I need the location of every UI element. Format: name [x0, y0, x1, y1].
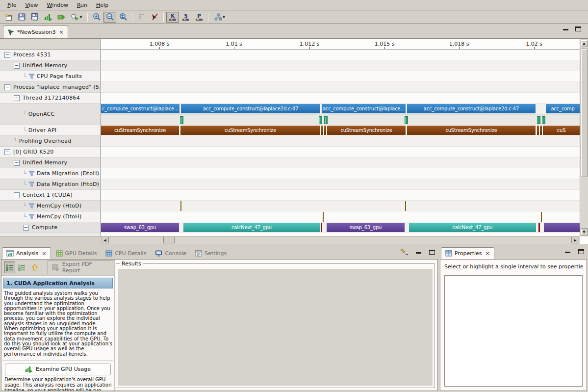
- zoom-in-button[interactable]: [90, 12, 103, 23]
- interval-bar[interactable]: [324, 126, 326, 135]
- zoom-out-button[interactable]: [103, 12, 116, 23]
- minimize-icon[interactable]: [565, 252, 570, 254]
- timeline-lane[interactable]: [101, 179, 580, 190]
- scroll-right-button[interactable]: ▶: [571, 237, 579, 243]
- close-icon[interactable]: ×: [42, 250, 46, 257]
- interval-bar[interactable]: acc_compute_construct@laplace...: [322, 104, 406, 113]
- guided-analysis-toggle-button[interactable]: [4, 261, 15, 273]
- tree-row[interactable]: −Process 4531: [0, 50, 100, 60]
- interval-bar[interactable]: [544, 223, 580, 232]
- collapse-minus-icon[interactable]: −: [14, 160, 20, 166]
- scroll-left-button[interactable]: ◀: [101, 237, 109, 243]
- timeline-lane[interactable]: cuStreamSynchronizecuStreamSynchronizecu…: [101, 125, 580, 136]
- scroll-down-button[interactable]: ▼: [581, 228, 588, 235]
- close-icon[interactable]: ×: [486, 250, 490, 257]
- tree-row[interactable]: └Data Migration (HtoD): [0, 179, 100, 190]
- view-menu-icon[interactable]: [400, 249, 408, 255]
- back-up-button[interactable]: [29, 261, 40, 273]
- interval-marker[interactable]: [324, 116, 328, 124]
- interval-bar[interactable]: acc_comp: [546, 104, 580, 113]
- timeline-lane[interactable]: [101, 147, 580, 157]
- tree-row[interactable]: └OpenACC: [0, 104, 100, 125]
- maximize-icon[interactable]: [429, 250, 435, 255]
- tree-row[interactable]: −[0] GRID K520: [0, 147, 100, 157]
- menu-help[interactable]: Help: [92, 0, 113, 10]
- timeline-lane[interactable]: [101, 157, 580, 168]
- tree-row[interactable]: −Process "laplace_managed" (538): [0, 82, 100, 93]
- export-pdf-button[interactable]: Export PDF Report: [48, 261, 114, 274]
- run-metrics-button[interactable]: ▼: [68, 12, 85, 23]
- menu-view[interactable]: View: [21, 0, 42, 10]
- collapse-minus-icon[interactable]: −: [4, 52, 10, 58]
- minimize-icon[interactable]: [563, 29, 568, 31]
- tree-row[interactable]: └MemCpy (HtoD): [0, 201, 100, 211]
- timeline-ruler[interactable]: 1.008 s1.01 s1.012 s1.015 s1.018 s1.02 s: [101, 39, 580, 50]
- collapse-minus-icon[interactable]: −: [14, 63, 20, 69]
- tab-console[interactable]: Console: [151, 247, 190, 259]
- interval-bar[interactable]: cuS: [543, 126, 580, 135]
- interval-marker[interactable]: [180, 116, 183, 124]
- scroll-up-button[interactable]: ▲: [581, 40, 588, 47]
- tree-row[interactable]: −Thread 3172140864: [0, 93, 100, 104]
- interval-marker[interactable]: [542, 116, 545, 124]
- collapse-minus-icon[interactable]: −: [4, 149, 10, 155]
- generate-timeline-button[interactable]: [42, 12, 54, 23]
- vertical-scroll-thumb[interactable]: [581, 49, 588, 177]
- interval-bar[interactable]: [323, 212, 324, 222]
- interval-bar[interactable]: [540, 126, 542, 135]
- close-icon[interactable]: ×: [59, 29, 63, 35]
- kernel-coloring-button[interactable]: K: [166, 12, 179, 23]
- timeline-lane[interactable]: [101, 71, 580, 82]
- interval-bar[interactable]: [405, 201, 406, 211]
- horizontal-scroll-thumb[interactable]: [163, 237, 175, 243]
- interval-bar[interactable]: [180, 201, 181, 211]
- interval-bar[interactable]: cuStreamSynchronize: [327, 126, 406, 135]
- save-as-button[interactable]: [28, 12, 41, 23]
- tab-properties[interactable]: Properties ×: [441, 247, 494, 259]
- interval-bar[interactable]: acc_compute_construct@laplace2d.c:47: [181, 104, 320, 113]
- interval-bar[interactable]: [321, 223, 322, 232]
- tree-row[interactable]: −Unified Memory: [0, 60, 100, 71]
- collapse-minus-icon[interactable]: −: [23, 225, 29, 231]
- interval-bar[interactable]: [541, 212, 542, 222]
- timeline-lane[interactable]: c_compute_construct@laplace...acc_comput…: [101, 104, 580, 125]
- tree-row[interactable]: └Driver API: [0, 125, 100, 136]
- interval-bar[interactable]: c_compute_construct@laplace...: [101, 104, 179, 113]
- save-button[interactable]: [15, 12, 28, 23]
- timeline-lane[interactable]: [101, 211, 580, 222]
- timeline-lane[interactable]: [101, 60, 580, 71]
- session-tab[interactable]: *NewSession3 ×: [3, 26, 68, 38]
- timeline-lane[interactable]: [101, 82, 580, 93]
- interval-bar[interactable]: cuStreamSynchronize: [407, 126, 536, 135]
- tab-analysis[interactable]: Analysis ×: [2, 247, 51, 259]
- tree-row[interactable]: └Profiling Overhead: [0, 136, 100, 147]
- interval-bar[interactable]: swap_63_gpu: [101, 223, 179, 232]
- timeline-lane[interactable]: swap_63_gpucalcNext_47_gpuswap_63_gpucal…: [101, 222, 580, 233]
- vertical-scrollbar[interactable]: ▲ ▼: [580, 39, 588, 236]
- process-coloring-button[interactable]: P: [193, 12, 205, 23]
- timeline-lane[interactable]: [101, 136, 580, 147]
- tree-row[interactable]: └MemCpy (DtoH): [0, 211, 100, 222]
- interval-bar[interactable]: swap_63_gpu: [327, 223, 405, 232]
- tree-row[interactable]: └Data Migration (DtoH): [0, 168, 100, 179]
- call-hierarchy-button[interactable]: ▼: [211, 12, 229, 23]
- tab-gpu-details[interactable]: GPU Details: [52, 247, 101, 259]
- stream-coloring-button[interactable]: S: [179, 12, 192, 23]
- collapse-minus-icon[interactable]: −: [4, 84, 10, 90]
- interval-marker[interactable]: [405, 116, 408, 124]
- tree-row[interactable]: └CPU Page Faults: [0, 71, 100, 82]
- tab-settings[interactable]: Settings: [191, 247, 230, 259]
- menu-window[interactable]: Window: [43, 0, 73, 10]
- timeline-lane[interactable]: [101, 50, 580, 60]
- interval-bar[interactable]: [537, 126, 539, 135]
- timeline-lane[interactable]: [101, 168, 580, 179]
- new-session-button[interactable]: [2, 12, 15, 23]
- menu-file[interactable]: File: [3, 0, 21, 10]
- interval-bar[interactable]: [321, 126, 323, 135]
- interval-marker[interactable]: [319, 116, 322, 124]
- unguided-analysis-toggle-button[interactable]: [17, 261, 28, 273]
- maximize-icon[interactable]: [578, 249, 584, 254]
- maximize-icon[interactable]: [575, 26, 581, 31]
- examine-gpu-usage-button[interactable]: Examine GPU Usage: [5, 364, 111, 375]
- collapse-minus-icon[interactable]: −: [14, 192, 20, 198]
